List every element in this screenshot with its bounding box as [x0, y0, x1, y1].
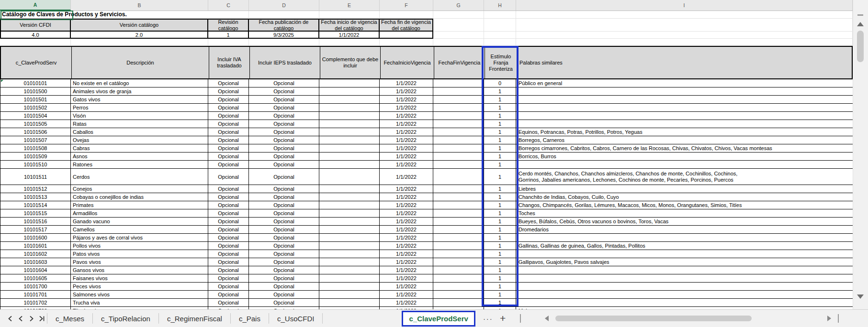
cell[interactable] — [516, 120, 853, 128]
column-header-H[interactable]: H — [484, 0, 516, 11]
cell[interactable] — [208, 11, 249, 19]
info-header-fecha-fin[interactable]: Fecha fin de vigencia del catálogo — [380, 19, 433, 32]
cell[interactable] — [319, 169, 380, 185]
cell[interactable] — [380, 11, 433, 19]
cell[interactable]: Opcional — [208, 209, 249, 218]
cell[interactable]: Opcional — [249, 307, 319, 309]
cell[interactable]: Opcional — [249, 153, 319, 161]
cell[interactable]: 10101603 — [0, 258, 71, 266]
cell[interactable]: 1/1/2022 — [380, 201, 433, 209]
cell[interactable] — [433, 39, 484, 46]
cell[interactable] — [484, 39, 516, 46]
cell[interactable]: Cabras — [71, 144, 208, 153]
cell[interactable]: Gallipavos, Guajolotes, Pavos salvajes — [516, 258, 853, 266]
cell[interactable]: Opcional — [249, 209, 319, 218]
cell[interactable] — [433, 136, 484, 144]
cell[interactable] — [319, 250, 380, 258]
cell[interactable]: Opcional — [208, 242, 249, 250]
cell[interactable]: Opcional — [208, 144, 249, 153]
cell[interactable]: Opcional — [249, 226, 319, 234]
cell[interactable]: 10101516 — [0, 218, 71, 226]
cell[interactable]: Opcional — [249, 274, 319, 283]
cell[interactable]: 10101507 — [0, 136, 71, 144]
cell[interactable]: 1/1/2022 — [380, 128, 433, 136]
cell[interactable]: Opcional — [249, 161, 319, 169]
cell[interactable]: Armadillos — [71, 209, 208, 218]
cell[interactable]: Opcional — [249, 128, 319, 136]
cell[interactable]: Opcional — [249, 234, 319, 242]
cell[interactable]: 1/1/2022 — [380, 226, 433, 234]
vertical-scrollbar-thumb[interactable] — [857, 31, 864, 62]
cell[interactable] — [433, 32, 484, 39]
cell[interactable]: 1/1/2022 — [380, 291, 433, 299]
cell[interactable] — [484, 32, 516, 39]
cell[interactable]: Opcional — [208, 218, 249, 226]
cell[interactable] — [433, 153, 484, 161]
cell[interactable] — [433, 144, 484, 153]
cell[interactable] — [516, 19, 853, 32]
cell[interactable]: Ovejas — [71, 136, 208, 144]
cell[interactable] — [516, 234, 853, 242]
cell[interactable] — [319, 209, 380, 218]
cell[interactable]: 10101513 — [0, 193, 71, 201]
cell[interactable]: 1 — [484, 299, 516, 307]
cell[interactable]: 1 — [484, 266, 516, 274]
cell[interactable] — [433, 218, 484, 226]
column-header-clave[interactable]: c_ClaveProdServ — [1, 47, 72, 78]
cell[interactable]: Opcional — [208, 169, 249, 185]
cell[interactable]: 1/1/2022 — [380, 161, 433, 169]
cell[interactable]: Opcional — [208, 112, 249, 120]
cell[interactable]: Opcional — [208, 104, 249, 112]
tab-c_UsoCFDI[interactable]: c_UsoCFDI — [269, 310, 323, 327]
cell[interactable]: 1/1/2022 — [380, 274, 433, 283]
cell[interactable]: Toches — [516, 209, 853, 218]
cell[interactable]: 1/1/2022 — [380, 242, 433, 250]
scroll-left-icon[interactable] — [545, 316, 549, 321]
cell[interactable]: Opcional — [208, 193, 249, 201]
info-header-version-catalogo[interactable]: Versión catálogo — [71, 19, 208, 32]
cell[interactable]: Opcional — [249, 193, 319, 201]
cell[interactable]: Opcional — [249, 242, 319, 250]
cell[interactable]: Mojarras — [516, 307, 853, 309]
cell[interactable]: 1 — [484, 274, 516, 283]
cell[interactable]: Camellos — [71, 226, 208, 234]
cell[interactable] — [319, 11, 380, 19]
cell[interactable]: 1 — [484, 96, 516, 104]
cell[interactable]: Equinos, Potrancas, Potras, Potrillos, P… — [516, 128, 853, 136]
cell[interactable]: 1 — [484, 144, 516, 153]
cell[interactable]: 1 — [484, 283, 516, 291]
cell[interactable]: 10101605 — [0, 274, 71, 283]
cell[interactable]: 1/1/2022 — [380, 96, 433, 104]
cell[interactable]: Opcional — [249, 185, 319, 193]
cell[interactable] — [433, 283, 484, 291]
cell[interactable]: Cerdo montés, Chanchos, Chanchos almizcl… — [516, 169, 853, 185]
cell[interactable] — [319, 128, 380, 136]
more-sheets-icon[interactable]: ··· — [483, 315, 493, 323]
cell[interactable]: Opcional — [208, 234, 249, 242]
cell[interactable] — [319, 136, 380, 144]
cell[interactable] — [433, 193, 484, 201]
cell[interactable] — [319, 218, 380, 226]
cell[interactable]: Salmones vivos — [71, 291, 208, 299]
cell[interactable]: 1 — [484, 169, 516, 185]
cell[interactable] — [516, 274, 853, 283]
cell[interactable] — [516, 11, 853, 19]
cell[interactable] — [433, 258, 484, 266]
first-sheet-icon[interactable] — [5, 313, 15, 324]
cell[interactable] — [319, 266, 380, 274]
column-header-fecha-fin-vigencia[interactable]: FechaFinVigencia — [434, 47, 485, 78]
cell[interactable]: Opcional — [208, 161, 249, 169]
cell[interactable] — [249, 11, 319, 19]
cell[interactable]: Opcional — [249, 79, 319, 87]
cell[interactable]: 10101600 — [0, 234, 71, 242]
vertical-scrollbar[interactable] — [853, 0, 868, 309]
cell[interactable] — [433, 79, 484, 87]
cell[interactable]: Opcional — [249, 136, 319, 144]
tab-c_TipoRelacion[interactable]: c_TipoRelacion — [93, 310, 158, 327]
cell[interactable]: Opcional — [208, 258, 249, 266]
cell[interactable] — [433, 120, 484, 128]
cell[interactable] — [433, 104, 484, 112]
cell[interactable]: 1/1/2022 — [380, 120, 433, 128]
cell[interactable]: Dromedarios — [516, 226, 853, 234]
cell[interactable]: 10101703 — [0, 307, 71, 309]
